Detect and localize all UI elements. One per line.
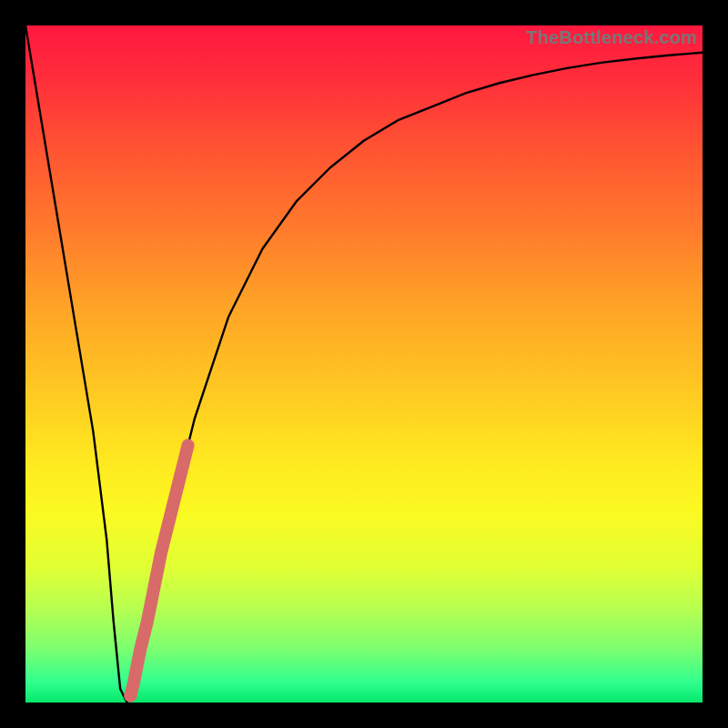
highlight-hook-marker (124, 690, 136, 703)
chart-svg (25, 25, 703, 703)
bottleneck-curve-line (25, 25, 703, 703)
chart-frame: TheBottleneck.com (0, 0, 728, 728)
highlight-segment-line (130, 445, 187, 695)
chart-plot-area: TheBottleneck.com (25, 25, 703, 703)
